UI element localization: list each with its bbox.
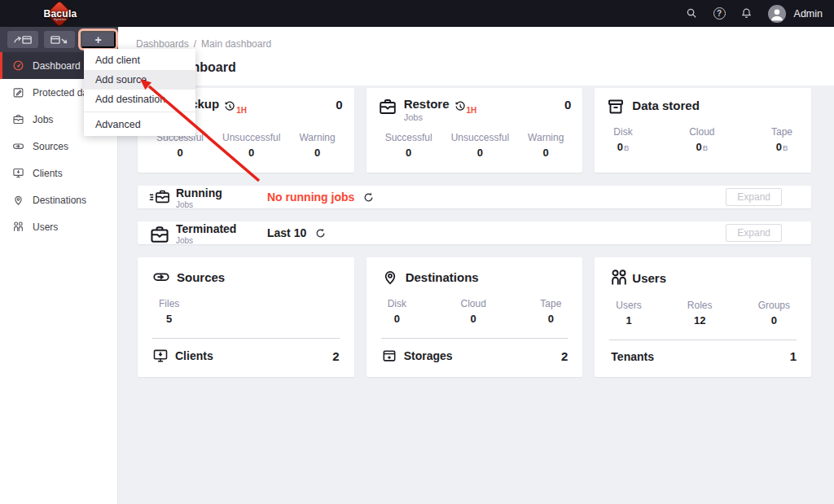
stat-successful: Successful 0 [385,132,432,159]
card-head: Data stored [606,97,800,116]
stat-label: Unsuccessful [451,132,509,143]
card-stats: Successful 0 Unsuccessful 0 Warning 0 [378,132,572,159]
sidebar-item-sources[interactable]: Sources [0,133,117,160]
stat-value: 0 [222,147,280,159]
stat-value: 0B [613,141,632,153]
stat-warning: Warning 0 [299,132,335,159]
menu-item-add-destination[interactable]: Add destination [84,90,195,109]
history-clock-icon [223,100,235,112]
stat-label: Successful [385,132,432,143]
card-stats: Files 5 [152,298,340,326]
user-avatar[interactable] [768,5,786,23]
inventory-cards-row: Sources Files 5 Clients 2 [138,257,811,377]
map-pin-icon [381,268,399,286]
bar-title-stack: Running Jobs [176,186,248,209]
unit-label: B [624,143,629,152]
total-count: 0 [336,97,342,112]
storage-box-icon [381,348,397,364]
card-title: Data stored [632,99,700,112]
card-head: Sources [152,268,340,286]
refresh-interval-label: 1H [467,106,477,115]
add-button[interactable]: + [81,31,116,48]
sidebar-item-users[interactable]: Users [0,213,117,240]
stat-value: 5 [159,313,179,325]
stat-value: 0B [689,141,714,153]
sidebar-label: Jobs [33,114,53,125]
running-jobs-status: No running jobs [267,191,354,204]
sidebar-item-destinations[interactable]: Destinations [0,186,117,213]
stat-label: Tape [540,298,561,309]
stat-value: 0 [758,314,790,327]
speedometer-icon [12,59,24,72]
stat-tape: Tape 0 [540,298,561,326]
refresh-interval[interactable]: 1H [454,100,477,112]
stat-unsuccessful: Unsuccessful 0 [222,132,280,159]
username-label[interactable]: Admin [794,8,823,20]
history-clock-icon [454,100,466,112]
stat-unsuccessful: Unsuccessful 0 [451,132,509,159]
stat-label: Tape [771,126,792,138]
sidebar-label: Users [33,221,58,233]
sidebar-label: Destinations [33,195,86,206]
menu-item-add-client[interactable]: Add client [84,50,195,70]
stat-tape: Tape 0B [771,126,792,153]
card-stats: Disk 0B Cloud 0B Tape 0B [606,126,800,153]
stat-value: 0 [460,313,485,325]
terminated-jobs-bar: Terminated Jobs Last 10 Expand [138,221,811,244]
stat-label: Unsuccessful [222,132,280,143]
storages-row[interactable]: Storages 2 [381,348,568,364]
breadcrumb-parent[interactable]: Dashboards [136,38,189,50]
briefcase-icon [12,113,24,125]
card-title: Restore [404,97,450,111]
stat-label: Cloud [460,298,485,309]
stat-disk: Disk 0B [613,126,632,153]
search-icon[interactable] [685,7,700,21]
tenants-row[interactable]: Tenants 1 [609,349,797,363]
users-card: Users Users 1 Roles 12 Groups 0 Tenants [595,257,811,377]
stat-label: Roles [687,300,713,311]
refresh-icon[interactable] [314,227,327,239]
source-pill-icon [152,268,170,286]
map-pin-icon [12,194,24,206]
menu-item-advanced[interactable]: Advanced [84,115,195,134]
restore-job-button[interactable] [7,31,38,48]
stat-label: Warning [299,132,335,143]
refresh-interval[interactable]: 1H [223,100,247,112]
card-title: Destinations [406,270,479,284]
menu-item-add-source[interactable]: Add source [84,70,195,90]
expand-button[interactable]: Expand [726,188,782,206]
stat-label: Users [616,300,641,311]
card-head: Users [609,268,797,287]
stat-groups: Groups 0 [758,300,790,327]
page-header: Dashboards / Main dashboard Main dashboa… [118,27,834,85]
brand-subtitle: Systems [54,17,66,21]
clients-row[interactable]: Clients 2 [152,348,340,364]
backup-job-button[interactable] [44,31,75,48]
bar-title: Running [176,186,222,199]
footer-value: 1 [790,349,797,363]
refresh-icon[interactable] [362,191,375,204]
bar-title-stack: Terminated Jobs [176,221,248,245]
footer-value: 2 [332,349,339,363]
backup-box-arrow-icon [50,34,69,46]
expand-button[interactable]: Expand [726,224,782,242]
stat-disk: Disk 0 [388,298,406,326]
total-count: 0 [564,97,571,112]
stat-label: Disk [613,126,632,138]
card-stats: Disk 0 Cloud 0 Tape 0 [381,298,568,326]
stat-cloud: Cloud 0 [460,298,485,326]
stat-value: 12 [687,314,713,327]
client-monitor-icon [12,167,24,179]
notifications-bell-icon[interactable] [740,7,754,21]
divider [152,338,340,339]
data-stored-card: Data stored Disk 0B Cloud 0B Tape 0B [595,88,811,173]
client-monitor-icon [152,348,169,364]
stat-value: 0 [299,147,335,159]
help-icon[interactable]: ? [713,7,726,20]
card-head: Restore Jobs 1H 0 [378,97,572,122]
sidebar-item-clients[interactable]: Clients [0,160,117,186]
edit-square-icon [12,86,24,99]
refresh-interval-label: 1H [236,106,247,115]
sidebar-label: Sources [33,141,68,152]
sidebar-label: Dashboard [33,60,81,72]
